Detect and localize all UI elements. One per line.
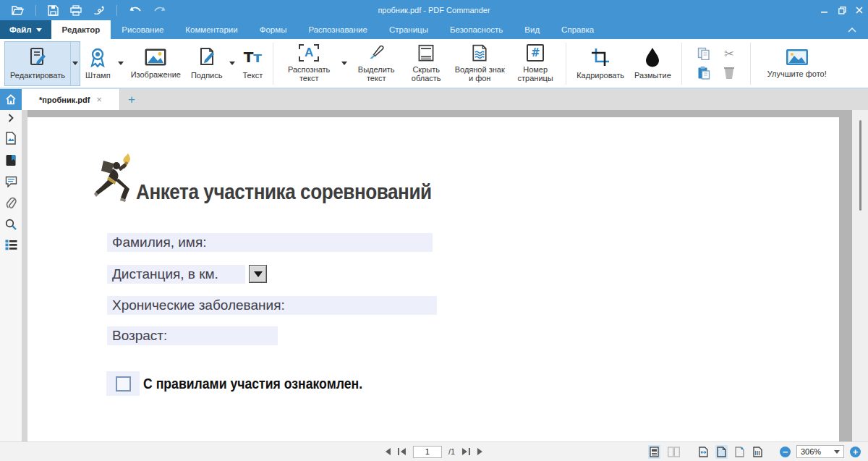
tab-pages[interactable]: Страницы xyxy=(378,20,439,39)
panel-divider[interactable] xyxy=(22,110,27,441)
view-and-zoom-tools: − 306% + xyxy=(648,442,861,461)
attachments-panel-icon[interactable] xyxy=(6,197,17,209)
facing-pages-view-icon[interactable] xyxy=(666,445,681,459)
watermark-button[interactable]: Водяной знак и фон xyxy=(449,41,510,86)
field-diseases[interactable]: Хронические заболевания: xyxy=(107,296,437,315)
redo-icon[interactable] xyxy=(153,6,166,15)
field-age[interactable]: Возраст: xyxy=(107,326,278,345)
field-surname[interactable]: Фамилия, имя: xyxy=(107,233,433,252)
continuous-view-icon[interactable] xyxy=(752,445,764,459)
menu-item-label: Безопасность xyxy=(450,25,503,34)
signature-label: Подпись xyxy=(191,71,223,80)
home-button[interactable] xyxy=(0,89,22,110)
page-number-input[interactable] xyxy=(413,446,442,458)
divider xyxy=(566,43,566,85)
tab-drawing[interactable]: Рисование xyxy=(111,20,174,39)
distance-dropdown-button[interactable] xyxy=(249,265,267,283)
single-page-view-icon[interactable] xyxy=(648,445,660,459)
vertical-scrollbar[interactable] xyxy=(852,110,868,441)
close-tab-icon[interactable]: × xyxy=(96,94,102,105)
tab-recognition[interactable]: Распознавание xyxy=(297,20,378,39)
copy-icon[interactable] xyxy=(697,47,710,60)
last-page-icon[interactable] xyxy=(461,448,470,455)
undo-icon[interactable] xyxy=(129,6,142,15)
zoom-level-select[interactable]: 306% xyxy=(796,445,844,458)
menu-file[interactable]: Файл xyxy=(0,20,51,39)
pdf-page: Анкета участника соревнований Фамилия, и… xyxy=(27,117,839,441)
signature-dropdown-icon[interactable] xyxy=(229,62,235,65)
enhance-photo-label: Улучшите фото! xyxy=(767,69,827,78)
highlight-label: Выделить текст xyxy=(354,65,398,83)
main-area: Анкета участника соревнований Фамилия, и… xyxy=(0,110,868,441)
print-icon[interactable] xyxy=(70,5,82,16)
restore-button[interactable] xyxy=(833,0,851,20)
hide-area-button[interactable]: Скрыть область xyxy=(403,41,449,86)
crop-button[interactable]: Кадрировать xyxy=(571,41,629,86)
stamp-dropdown-icon[interactable] xyxy=(118,62,124,65)
next-page-icon[interactable] xyxy=(477,448,483,455)
menu-item-label: Формы xyxy=(260,25,287,34)
collapse-ribbon-button[interactable] xyxy=(836,20,868,39)
minimize-button[interactable] xyxy=(816,0,833,20)
delete-icon[interactable] xyxy=(723,67,735,80)
open-file-icon[interactable] xyxy=(12,5,24,15)
form-title: Анкета участника соревнований xyxy=(136,179,432,204)
document-tab[interactable]: *пробник.pdf × xyxy=(22,89,120,110)
ocr-dropdown-icon[interactable] xyxy=(341,62,347,65)
tab-editor[interactable]: Редактор xyxy=(51,20,111,39)
zoom-out-button[interactable]: − xyxy=(780,447,791,457)
highlighter-icon xyxy=(366,44,386,62)
layers-panel-icon[interactable] xyxy=(5,240,17,250)
ocr-button[interactable]: А Распознать текст xyxy=(278,41,339,86)
scan-icon[interactable] xyxy=(93,5,105,16)
new-tab-button[interactable]: + xyxy=(120,89,143,110)
enhance-photo-button[interactable]: Улучшите фото! xyxy=(756,41,838,86)
expand-panel-icon[interactable] xyxy=(8,114,14,122)
divider xyxy=(35,5,36,16)
edit-dropdown-button[interactable] xyxy=(70,42,80,85)
fit-page-icon[interactable] xyxy=(715,445,728,459)
actual-size-icon[interactable] xyxy=(733,445,746,459)
save-icon[interactable] xyxy=(48,5,59,16)
tab-help[interactable]: Справка xyxy=(550,20,605,39)
highlight-text-button[interactable]: Выделить текст xyxy=(349,41,403,86)
page-number-button[interactable]: # Номер страницы xyxy=(510,41,561,86)
menu-file-label: Файл xyxy=(9,25,32,34)
field-distance[interactable]: Дистанция, в км. xyxy=(107,265,245,284)
chevron-down-icon xyxy=(72,62,78,65)
scrollbar-thumb[interactable] xyxy=(859,120,861,211)
menu-item-label: Рисование xyxy=(122,25,163,34)
clipboard-group: ✂ xyxy=(687,47,745,80)
search-panel-icon[interactable] xyxy=(5,219,17,230)
image-button[interactable]: Изображение xyxy=(126,41,186,86)
edit-button[interactable]: Редактировать xyxy=(5,42,70,85)
thumbnails-panel-icon[interactable] xyxy=(5,132,17,145)
previous-page-icon[interactable] xyxy=(385,448,391,455)
cut-icon[interactable]: ✂ xyxy=(724,48,734,60)
window-controls xyxy=(816,0,868,20)
tab-view[interactable]: Вид xyxy=(514,20,550,39)
blur-button[interactable]: Размытие xyxy=(629,41,676,86)
close-button[interactable] xyxy=(851,0,868,20)
rules-checkbox-label: С правилами участия ознакомлен. xyxy=(143,375,362,392)
field-age-label: Возраст: xyxy=(112,328,167,344)
tab-forms[interactable]: Формы xyxy=(249,20,298,39)
rules-checkbox[interactable] xyxy=(116,376,131,392)
zoom-in-button[interactable]: + xyxy=(850,447,861,457)
comments-panel-icon[interactable] xyxy=(5,176,17,187)
stamp-button[interactable]: Штамп xyxy=(80,41,116,86)
tab-comments[interactable]: Комментарии xyxy=(174,20,248,39)
first-page-icon[interactable] xyxy=(398,448,407,455)
signature-button[interactable]: Подпись xyxy=(186,41,228,86)
fit-width-icon[interactable] xyxy=(697,445,710,459)
bookmarks-panel-icon[interactable] xyxy=(5,154,17,166)
statusbar: /1 − 306% + xyxy=(0,441,868,461)
chevron-down-icon xyxy=(834,450,840,454)
ocr-label: Распознать текст xyxy=(284,65,334,83)
text-button[interactable]: Tт Текст xyxy=(237,41,268,86)
menu-item-label: Справка xyxy=(561,25,594,34)
page-number-icon: # xyxy=(527,44,544,62)
tab-security[interactable]: Безопасность xyxy=(439,20,514,39)
menu-item-label: Вид xyxy=(524,25,540,34)
paste-icon[interactable] xyxy=(697,66,710,80)
